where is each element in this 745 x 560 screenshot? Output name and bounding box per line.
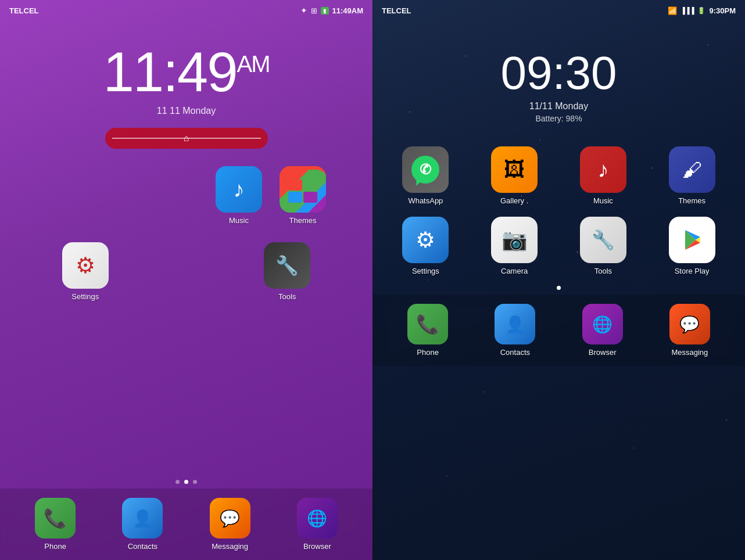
app-whatsapp[interactable]: ✆ WhatsApp — [384, 146, 467, 205]
status-bar-right: TELCEL 📶 ▐▐▐ 🔋 9:30PM — [372, 0, 745, 21]
contacts-glyph-right: 👤 — [505, 315, 525, 334]
battery-icon: ▮ — [321, 7, 329, 15]
clock-time-left: 11:49 — [103, 41, 237, 103]
phone-glyph-left: 📞 — [44, 507, 67, 529]
themes-icon-right: 🖌 — [669, 146, 715, 193]
browser-label-right: Browser — [589, 348, 617, 357]
phone-left: TELCEL ✦ ⊞ ▮ 11:49AM 11:49AM 11 11 Monda… — [0, 0, 372, 560]
settings-label-right: Settings — [412, 267, 439, 275]
contacts-label-right: Contacts — [500, 348, 530, 357]
clock-area-left: 11:49AM 11 11 Monday ⌂ — [0, 21, 372, 160]
unlock-icon: ⌂ — [184, 133, 189, 143]
whatsapp-glyph: ✆ — [420, 161, 431, 178]
dot-2-left — [184, 480, 188, 484]
settings-icon-left: ⚙ — [62, 242, 109, 289]
browser-label-left: Browser — [303, 542, 331, 551]
grid-icon: ⊞ — [311, 6, 317, 15]
settings-label-left: Settings — [71, 292, 99, 301]
dock-phone-left[interactable]: 📞 Phone — [35, 498, 76, 551]
status-bar-left: TELCEL ✦ ⊞ ▮ 11:49AM — [0, 0, 372, 21]
clock-battery-right: Battery: 98% — [535, 114, 582, 123]
browser-icon-right: 🌐 — [582, 304, 623, 344]
dock-browser-right[interactable]: 🌐 Browser — [582, 304, 623, 357]
dock-right: 📞 Phone 👤 Contacts 🌐 Browser 💬 Messaging — [372, 295, 745, 366]
app-settings-left[interactable]: ⚙ Settings — [62, 242, 109, 301]
whatsapp-bubble: ✆ — [411, 156, 439, 184]
contacts-icon-right: 👤 — [495, 304, 535, 344]
app-music-right[interactable]: ♪ Music — [562, 146, 645, 205]
messaging-icon-left: 💬 — [210, 498, 250, 539]
messaging-glyph-right: 💬 — [679, 315, 700, 334]
messaging-label-right: Messaging — [671, 348, 708, 357]
dock-contacts-left[interactable]: 👤 Contacts — [122, 498, 163, 551]
app-themes-right[interactable]: 🖌 Themes — [650, 146, 733, 205]
dock-messaging-left[interactable]: 💬 Messaging — [210, 498, 250, 551]
app-section-left: ♪ Music Themes — [0, 160, 372, 475]
dot-3-left — [193, 480, 197, 484]
app-row-2-right: ⚙ Settings 📷 Camera 🔧 Tools — [372, 211, 745, 281]
phone-label-right: Phone — [417, 348, 439, 357]
themes-icon-left — [280, 166, 326, 213]
app-camera[interactable]: 📷 Camera — [473, 217, 556, 275]
dock-messaging-right[interactable]: 💬 Messaging — [669, 304, 710, 357]
messaging-icon-right: 💬 — [669, 304, 710, 344]
phone-label-left: Phone — [44, 542, 66, 551]
browser-icon-left: 🌐 — [297, 498, 338, 539]
phone-right: TELCEL 📶 ▐▐▐ 🔋 9:30PM 09:30 11/11 Monday… — [372, 0, 745, 560]
dock-browser-left[interactable]: 🌐 Browser — [297, 498, 338, 551]
app-playstore[interactable]: Store Play — [650, 217, 733, 275]
app-tools-left[interactable]: 🔧 Tools — [264, 242, 310, 301]
app-tools-right[interactable]: 🔧 Tools — [562, 217, 645, 275]
app-row-1-left: ♪ Music Themes — [0, 166, 372, 225]
contacts-icon-left: 👤 — [122, 498, 163, 539]
settings-icon-right: ⚙ — [402, 217, 449, 263]
camera-glyph: 📷 — [502, 228, 528, 252]
playstore-svg — [679, 227, 705, 253]
clock-date-left: 11 11 Monday — [157, 106, 216, 116]
settings-gear-right: ⚙ — [416, 227, 435, 253]
dock-left: 📞 Phone 👤 Contacts 💬 Messaging 🌐 Browser — [0, 489, 372, 560]
status-time-left: 11:49AM — [332, 6, 363, 15]
music-icon-right: ♪ — [580, 146, 626, 193]
carrier-left: TELCEL — [9, 6, 39, 15]
tools-icon-inner-left: 🔧 — [275, 254, 299, 277]
clock-display-right: 09:30 — [500, 50, 617, 96]
contacts-label-left: Contacts — [128, 542, 157, 551]
clock-area-right: 09:30 11/11 Monday Battery: 98% — [372, 21, 745, 141]
gallery-label: Gallery . — [500, 196, 528, 205]
music-label-left: Music — [229, 216, 249, 225]
dock-phone-right[interactable]: 📞 Phone — [407, 304, 448, 357]
unlock-bar[interactable]: ⌂ — [105, 128, 268, 149]
app-settings-right[interactable]: ⚙ Settings — [384, 217, 467, 275]
themes-label-left: Themes — [289, 216, 317, 225]
status-icons-right: 📶 ▐▐▐ 🔋 9:30PM — [668, 6, 736, 15]
phone-icon-left: 📞 — [35, 498, 76, 539]
whatsapp-label: WhatsApp — [408, 196, 443, 205]
signal-icon: ▐▐▐ — [680, 7, 694, 14]
status-icons-left: ✦ ⊞ ▮ 11:49AM — [300, 6, 363, 15]
app-music-left[interactable]: ♪ Music — [216, 166, 262, 225]
clock-ampm-left: AM — [237, 51, 270, 77]
clock-display-left: 11:49AM — [103, 44, 269, 100]
gallery-icon: 🖼 — [491, 146, 538, 193]
themes-glyph: 🖌 — [682, 159, 702, 181]
tools-icon-right: 🔧 — [580, 217, 626, 263]
music-icon-left: ♪ — [216, 166, 262, 213]
themes-label-right: Themes — [678, 196, 705, 205]
app-row-2-left: ⚙ Settings 🔧 Tools — [0, 242, 372, 301]
app-themes-left[interactable]: Themes — [280, 166, 326, 225]
music-note-right: ♪ — [597, 157, 608, 182]
camera-icon: 📷 — [491, 217, 538, 263]
status-time-right: 9:30PM — [709, 6, 736, 15]
dock-contacts-right[interactable]: 👤 Contacts — [495, 304, 535, 357]
page-dots-left — [0, 475, 372, 489]
app-gallery[interactable]: 🖼 Gallery . — [473, 146, 556, 205]
tools-label-left: Tools — [278, 292, 296, 301]
clock-date-right: 11/11 Monday — [529, 101, 588, 112]
tools-glyph-right: 🔧 — [592, 229, 615, 251]
music-note-left: ♪ — [234, 177, 245, 202]
phone-glyph-right: 📞 — [416, 313, 439, 335]
tools-label-right: Tools — [594, 267, 612, 275]
tools-icon-left: 🔧 — [264, 242, 310, 289]
carrier-right: TELCEL — [382, 6, 411, 15]
